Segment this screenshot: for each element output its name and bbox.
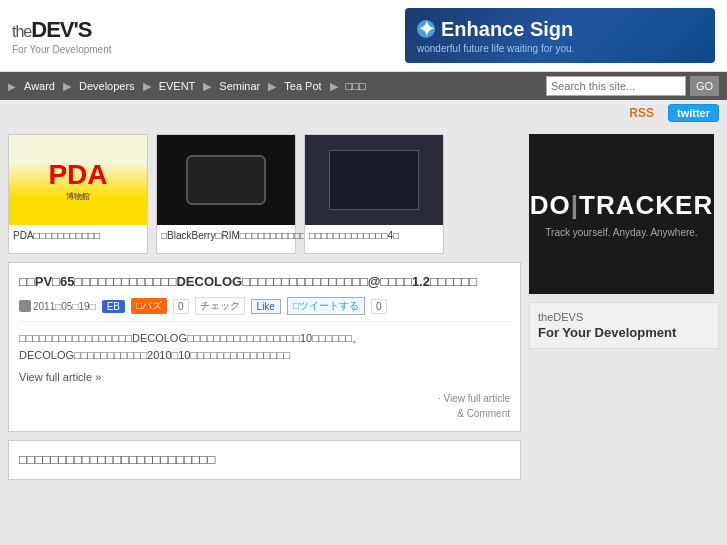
logo-area: theDEV'S For Your Development xyxy=(12,17,112,55)
article-title[interactable]: □□PV□65□□□□□□□□□□□□□DECOLOG□□□□□□□□□□□□□… xyxy=(19,273,510,291)
nav-item-award[interactable]: Award xyxy=(20,78,59,94)
tweet-count: 0 xyxy=(371,299,387,314)
banner-title: ✦ Enhance Sign xyxy=(417,18,703,41)
thumb-caption-2: □BlackBerry□RIM□□□□□□□□□□□□ xyxy=(157,225,295,253)
thumb-image-1: PDA 博物館 xyxy=(9,135,147,225)
badge-eb[interactable]: EB xyxy=(102,300,125,313)
nav-arrow: ▶ xyxy=(8,81,16,92)
article-title2[interactable]: □□□□□□□□□□□□□□□□□□□□□□□□□ xyxy=(19,451,510,469)
nav-item-developers[interactable]: Developers xyxy=(75,78,139,94)
pda-image: PDA 博物館 xyxy=(9,135,147,225)
nav-sep: ▶ xyxy=(330,80,338,93)
sidebar-banner[interactable]: DO|TRACKER Track yourself. Anyday. Anywh… xyxy=(529,134,714,294)
bb-device xyxy=(186,155,266,205)
view-full-link[interactable]: View full article » xyxy=(19,371,510,383)
article-box: □□PV□65□□□□□□□□□□□□□DECOLOG□□□□□□□□□□□□□… xyxy=(8,262,521,432)
nav-sep: ▶ xyxy=(268,80,276,93)
article-body: □□□□□□□□□□□□□□□□□DECOLOG□□□□□□□□□□□□□□□□… xyxy=(19,330,510,363)
thumbnails-row: PDA 博物館 PDA□□□□□□□□□□□ □BlackBerry□RIM□□… xyxy=(8,134,521,254)
navigation-bar: ▶ Award ▶ Developers ▶ EVENT ▶ Seminar ▶… xyxy=(0,72,727,100)
search-button[interactable]: GO xyxy=(690,76,719,96)
dotracker-logo: DO|TRACKER xyxy=(530,190,713,221)
pda-label: PDA xyxy=(48,159,107,191)
like-button[interactable]: Like xyxy=(251,299,281,314)
tracker-text: TRACKER xyxy=(579,190,713,220)
thumb-image-3 xyxy=(305,135,443,225)
banner-ad[interactable]: ✦ Enhance Sign wonderful future life wai… xyxy=(405,8,715,63)
main-content: PDA 博物館 PDA□□□□□□□□□□□ □BlackBerry□RIM□□… xyxy=(0,126,727,488)
pda-sub-label: 博物館 xyxy=(66,191,90,202)
badge-buz[interactable]: □バズ xyxy=(131,298,167,314)
sidebar-site-name: theDEVS xyxy=(538,311,710,323)
logo-the: the xyxy=(12,23,31,40)
calendar-icon xyxy=(19,300,31,312)
logo-devs: DEV'S xyxy=(31,17,91,42)
tweet-button[interactable]: □ツイートする xyxy=(287,297,365,315)
nav-sep: ▶ xyxy=(203,80,211,93)
count1: 0 xyxy=(173,299,189,314)
article-date: 2011□05□19□ xyxy=(19,300,96,312)
thumbnail-card-2[interactable]: □BlackBerry□RIM□□□□□□□□□□□□ xyxy=(156,134,296,254)
footer-line2: & Comment xyxy=(457,408,510,419)
banner-subtitle: wonderful future life waiting for you. xyxy=(417,43,703,54)
sidebar-info: theDEVS For Your Development xyxy=(529,302,719,349)
sidebar: DO|TRACKER Track yourself. Anyday. Anywh… xyxy=(529,134,719,480)
article-meta: 2011□05□19□ EB □バズ 0 チェック Like □ツイートする 0 xyxy=(19,297,510,322)
thumb-caption-1: PDA□□□□□□□□□□□ xyxy=(9,225,147,253)
date-text: 2011□05□19□ xyxy=(33,301,96,312)
footer-line1: · View full article xyxy=(438,393,510,404)
nav-sep: ▶ xyxy=(143,80,151,93)
nav-item-seminar[interactable]: Seminar xyxy=(215,78,264,94)
rss-button[interactable]: RSS xyxy=(621,104,662,122)
article-box2: □□□□□□□□□□□□□□□□□□□□□□□□□ xyxy=(8,440,521,480)
site-logo[interactable]: theDEV'S xyxy=(12,17,112,43)
content-area: PDA 博物館 PDA□□□□□□□□□□□ □BlackBerry□RIM□□… xyxy=(8,134,521,480)
sep-text: | xyxy=(571,190,579,220)
nav-item-misc[interactable]: □□□ xyxy=(342,78,370,94)
header: theDEV'S For Your Development ✦ Enhance … xyxy=(0,0,727,72)
sidebar-site-desc: For Your Development xyxy=(538,325,710,340)
nav-sep: ▶ xyxy=(63,80,71,93)
thumb-image-2 xyxy=(157,135,295,225)
banner-icon: ✦ xyxy=(417,20,435,38)
social-bar: RSS twitter xyxy=(0,100,727,126)
logo-subtitle: For Your Development xyxy=(12,44,112,55)
nav-item-event[interactable]: EVENT xyxy=(155,78,200,94)
dark-image xyxy=(305,135,443,225)
banner-title-text: Enhance Sign xyxy=(441,18,573,41)
dark-content xyxy=(329,150,419,210)
search-area: GO xyxy=(546,76,719,96)
nav-item-teapot[interactable]: Tea Pot xyxy=(280,78,325,94)
search-input[interactable] xyxy=(546,76,686,96)
thumbnail-card-1[interactable]: PDA 博物館 PDA□□□□□□□□□□□ xyxy=(8,134,148,254)
article-footer: · View full article & Comment xyxy=(19,391,510,421)
do-text: DO xyxy=(530,190,571,220)
twitter-button[interactable]: twitter xyxy=(668,104,719,122)
check-label[interactable]: チェック xyxy=(195,297,245,315)
thumb-caption-3: □□□□□□□□□□□□□4□ xyxy=(305,225,443,253)
blackberry-image xyxy=(157,135,295,225)
dotracker-subtitle: Track yourself. Anyday. Anywhere. xyxy=(545,227,697,238)
nav-items: ▶ Award ▶ Developers ▶ EVENT ▶ Seminar ▶… xyxy=(8,78,546,94)
thumbnail-card-3[interactable]: □□□□□□□□□□□□□4□ xyxy=(304,134,444,254)
